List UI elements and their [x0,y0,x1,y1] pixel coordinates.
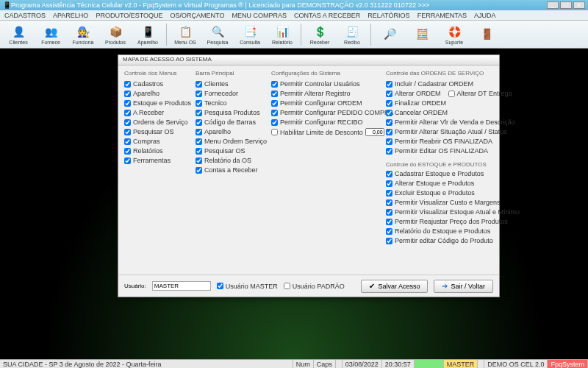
toolbar-consulta[interactable]: 📑Consulta [234,22,265,47]
menu-ctrl-checkbox[interactable]: Pesquisar OS [124,128,191,135]
config-checkbox[interactable]: Permitir Configurar ORDEM [271,99,381,107]
estoque-checkbox[interactable]: Excluir Estoque e Produtos [386,189,520,197]
barra-checkbox[interactable]: Aparelho [196,128,267,135]
ordem-checkbox[interactable]: Permitir Alterar Vlr de Venda e Descriçã… [386,118,520,126]
barra-checkbox[interactable]: Fornecedor [196,90,267,97]
master-checkbox[interactable]: Usuário MASTER [217,283,278,290]
ordem-checkbox[interactable]: Permitir Reabrir OS FINALIZADA [386,138,520,145]
toolbar-icon: 🧮 [415,26,429,41]
toolbar-clientes[interactable]: 👤Clientes [3,22,34,47]
menu-ctrl-checkbox[interactable]: Ordens de Serviço [124,118,191,126]
estoque-checkbox[interactable]: Permitir Reajustar Preço dos Produtos [386,218,520,225]
toolbar-recibo[interactable]: 🧾Recibo [337,22,368,47]
menu-ferramentas[interactable]: FERRAMENTAS [417,12,467,19]
limit-row[interactable]: Habilitar Limite de Desconto% [271,128,381,136]
window-title: Programa Assistência Técnica Celular v2.… [11,1,429,9]
barra-checkbox[interactable]: Código de Barras [196,118,267,126]
estoque-checkbox[interactable]: Permitir Visualizar Custo e Margens [386,199,520,206]
barra-checkbox[interactable]: Pesquisa Produtos [196,109,267,116]
toolbar-fornece[interactable]: 👥Fornece [35,22,66,47]
col1-head: Controle dos Menus [124,70,191,77]
menu-produto/estoque[interactable]: PRODUTO/ESTOQUE [96,12,162,19]
back-button[interactable]: ➔Sair / Voltar [434,280,493,293]
toolbar-icon: 🔍 [210,24,225,39]
barra-checkbox[interactable]: Clientes [196,80,267,88]
toolbar-icon: 🧑‍🔧 [76,24,90,39]
status-master: MASTER [444,360,478,368]
toolbar-aparelho[interactable]: 📱Aparelho [132,22,163,47]
barra-checkbox[interactable]: Contas a Receber [196,166,267,174]
ordem-checkbox[interactable]: Cancelar ORDEM [386,109,520,116]
toolbar-funciona[interactable]: 🧑‍🔧Funciona [68,22,98,47]
user-input[interactable] [152,281,211,291]
barra-checkbox[interactable]: Pesquisar OS [196,147,267,155]
toolbar-btn11[interactable]: 🔎 [374,22,405,47]
menu-ajuda[interactable]: AJUDA [474,12,496,19]
estoque-checkbox[interactable]: Cadastrar Estoque e Produtos [386,170,520,177]
menu-cadastros[interactable]: CADASTROS [4,12,46,19]
menu-ctrl-checkbox[interactable]: Estoque e Produtos [124,99,191,107]
padrao-checkbox[interactable]: Usuário PADRÃO [284,283,345,290]
toolbar-icon: 🚪 [479,26,494,41]
toolbar-btn14[interactable]: 🚪 [471,22,502,47]
save-button[interactable]: ✔Salvar Acesso [361,280,428,293]
menu-ctrl-checkbox[interactable]: A Receber [124,109,191,116]
dialog-footer: Usuário: Usuário MASTER Usuário PADRÃO ✔… [118,275,499,297]
status-left: SUA CIDADE - SP 3 de Agosto de 2022 - Qu… [0,360,293,368]
estoque-checkbox[interactable]: Permitir Visualizar Estoque Atual e Míni… [386,208,520,216]
col4a-head: Controle das ORDENS DE SERVIÇO [386,70,520,77]
menu-ctrl-checkbox[interactable]: Aparelho [124,90,191,97]
toolbar-receber[interactable]: 💲Receber [304,22,335,47]
main-toolbar: 👤Clientes👥Fornece🧑‍🔧Funciona📦Produtos📱Ap… [0,21,588,49]
toolbar-pesquisa[interactable]: 🔍Pesquisa [202,22,233,47]
estoque-checkbox[interactable]: Permitir editar Código do Produto [386,237,520,244]
status-num: Num [293,360,314,368]
minimize-button[interactable]: _ [547,1,559,9]
menu-ctrl-checkbox[interactable]: Cadastros [124,80,191,88]
dt-entrega-checkbox[interactable]: Alterar DT Entrega [448,90,512,97]
ordem-checkbox[interactable]: Finalizar ORDEM [386,99,520,107]
status-date: 03/08/2022 [343,360,382,368]
ordem-checkbox[interactable]: Incluir / Cadastrar ORDEM [386,80,520,88]
menu-aparelho[interactable]: APARELHO [53,12,88,19]
toolbar-icon: 👤 [11,24,26,39]
toolbar-icon: 💲 [312,24,327,39]
user-label: Usuário: [124,283,146,289]
menu-ctrl-checkbox[interactable]: Compras [124,138,191,145]
status-caps: Caps [314,360,336,368]
menu-menu compras[interactable]: MENU COMPRAS [232,12,287,19]
access-map-dialog: MAPA DE ACESSO AO SISTEMA Controle dos M… [118,54,500,297]
barra-checkbox[interactable]: Tecnico [196,99,267,107]
maximize-button[interactable]: □ [560,1,572,9]
ordem-checkbox[interactable]: Permitir Editar OS FINALIZADA [386,147,520,155]
toolbar-btn12[interactable]: 🧮 [406,22,437,47]
col2-head: Barra Principal [196,70,267,77]
statusbar: SUA CIDADE - SP 3 de Agosto de 2022 - Qu… [0,359,588,368]
status-demo: DEMO OS CEL 2.0 [484,360,548,368]
estoque-checkbox[interactable]: Relatório do Estoque e Produtos [386,227,520,235]
menu-relatórios[interactable]: RELATÓRIOS [368,12,409,19]
menu-ctrl-checkbox[interactable]: Ferramentas [124,157,191,164]
status-brand: FpqSystem [548,360,588,368]
toolbar-icon: 📦 [108,24,123,39]
barra-checkbox[interactable]: Relatório da OS [196,157,267,164]
toolbar-icon: 🛟 [447,24,462,39]
config-checkbox[interactable]: Permitir Configurar PEDIDO COMPRA [271,109,381,116]
barra-checkbox[interactable]: Menu Ordem Serviço [196,138,267,145]
toolbar-menu os[interactable]: 📋Menu OS [170,22,201,47]
limit-input[interactable] [365,128,384,136]
menu-contas a receber[interactable]: CONTAS A RECEBER [294,12,360,19]
toolbar-relatório[interactable]: 📊Relatório [267,22,298,47]
col3-head: Configurações do Sistema [271,70,381,77]
config-checkbox[interactable]: Permitir Controlar Usuários [271,80,381,88]
menu-ctrl-checkbox[interactable]: Relatórios [124,147,191,155]
menu-os/orçamento[interactable]: OS/ORÇAMENTO [171,12,225,19]
config-checkbox[interactable]: Permitir Configurar RECIBO [271,118,381,126]
ordem-checkbox[interactable]: Alterar ORDEM [386,90,441,97]
estoque-checkbox[interactable]: Alterar Estoque e Produtos [386,180,520,187]
ordem-checkbox[interactable]: Permitir Alterar Situação Atual / Status [386,128,520,135]
close-button[interactable]: × [573,1,585,9]
config-checkbox[interactable]: Permitir Alterar Registro [271,90,381,97]
toolbar-produtos[interactable]: 📦Produtos [100,22,131,47]
toolbar-suporte[interactable]: 🛟Suporte [439,22,470,47]
